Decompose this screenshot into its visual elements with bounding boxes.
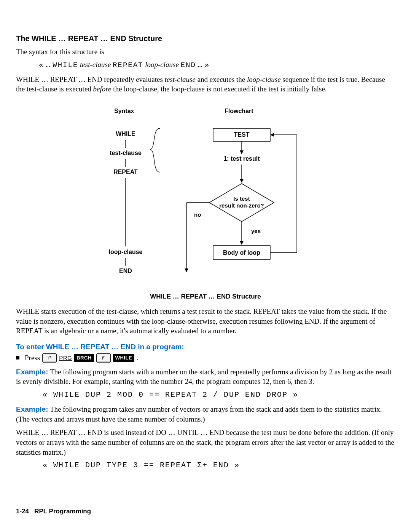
kw-repeat: REPEAT bbox=[113, 61, 143, 69]
section-heading: The WHILE … REPEAT … END Structure bbox=[16, 34, 395, 43]
desc-test: test-clause bbox=[165, 75, 196, 83]
sym-close: » bbox=[205, 61, 210, 69]
it-test: test-clause bbox=[80, 61, 111, 69]
fig-body: Body of loop bbox=[223, 249, 260, 256]
brace-icon bbox=[150, 128, 160, 172]
example2-label: Example: bbox=[16, 405, 48, 413]
footer-title: RPL Programming bbox=[34, 508, 91, 515]
sym-open: « bbox=[39, 61, 44, 69]
softkey-brch: BRCH bbox=[74, 354, 94, 362]
example1-code: « WHILE DUP 2 MOD 0 == REPEAT 2 / DUP EN… bbox=[43, 390, 395, 399]
fig-loop-clause: loop-clause bbox=[109, 249, 143, 255]
example2-text: The following program takes any number o… bbox=[16, 405, 382, 423]
fig-test-clause: test-clause bbox=[110, 150, 142, 156]
fig-diamond-l2: result non-zero? bbox=[219, 202, 264, 209]
syntax-line: « … WHILE test-clause REPEAT loop-clause… bbox=[39, 61, 395, 69]
fig-repeat: REPEAT bbox=[113, 169, 138, 175]
desc-pre: WHILE … REPEAT … END repeatedly evaluate… bbox=[16, 75, 165, 83]
why-paragraph: WHILE … REPEAT … END is used instead of … bbox=[16, 428, 395, 457]
desc-before: before bbox=[93, 85, 112, 93]
sym-dots1: … bbox=[46, 61, 51, 69]
desc-paragraph: WHILE … REPEAT … END repeatedly evaluate… bbox=[16, 75, 395, 94]
fig-end: END bbox=[119, 268, 132, 274]
fig-result-label: 1: test result bbox=[223, 155, 260, 162]
kw-end: END bbox=[181, 61, 196, 69]
starts-paragraph: WHILE starts execution of the test-claus… bbox=[16, 307, 395, 336]
example1-text: The following program starts with a numb… bbox=[16, 368, 392, 386]
fig-box-test: TEST bbox=[234, 131, 250, 138]
bullet-icon bbox=[16, 356, 19, 359]
svg-marker-6 bbox=[240, 150, 244, 154]
fig-col-syntax: Syntax bbox=[114, 108, 134, 114]
to-enter-heading: To enter WHILE … REPEAT … END in a progr… bbox=[16, 343, 395, 351]
intro-text: The syntax for this structure is bbox=[16, 47, 395, 57]
desc-tail: the loop-clause, the loop-clause is not … bbox=[111, 85, 327, 93]
svg-marker-14 bbox=[240, 241, 244, 245]
desc-loop: loop-clause bbox=[247, 75, 281, 83]
footer-page: 1-24 bbox=[16, 508, 29, 515]
press-period: . bbox=[137, 354, 139, 362]
svg-marker-8 bbox=[240, 179, 244, 183]
figure-caption: WHILE … REPEAT … END Structure bbox=[72, 293, 339, 300]
example1-label: Example: bbox=[16, 368, 48, 376]
desc-mid: and executes the bbox=[196, 75, 247, 83]
figure: Syntax Flowchart WHILE test-clause REPEA… bbox=[72, 105, 339, 300]
page-footer: 1-24 RPL Programming bbox=[16, 508, 395, 515]
fig-while: WHILE bbox=[116, 131, 135, 137]
fig-yes: yes bbox=[251, 228, 261, 234]
fig-no: no bbox=[194, 211, 201, 218]
it-loop: loop-clause bbox=[145, 61, 179, 69]
press-word: Press bbox=[25, 354, 40, 362]
svg-marker-12 bbox=[185, 268, 188, 272]
example2-paragraph: Example: The following program takes any… bbox=[16, 404, 395, 424]
leftshift-key-icon-2: ↱ bbox=[96, 353, 111, 363]
svg-marker-19 bbox=[270, 133, 274, 137]
sym-dots2: … bbox=[198, 61, 203, 69]
fig-diamond-l1: Is test bbox=[233, 195, 250, 202]
fig-col-flow: Flowchart bbox=[225, 108, 253, 114]
example1-paragraph: Example: The following program starts wi… bbox=[16, 367, 395, 387]
softkey-while: WHILE bbox=[113, 354, 134, 362]
prg-label: PRG bbox=[59, 355, 72, 361]
press-line: Press ↱ PRG BRCH ↱ WHILE. bbox=[16, 353, 395, 363]
kw-while: WHILE bbox=[53, 61, 78, 69]
example2-code: « WHILE DUP TYPE 3 == REPEAT Σ+ END » bbox=[43, 461, 395, 470]
leftshift-key-icon: ↱ bbox=[42, 353, 57, 363]
